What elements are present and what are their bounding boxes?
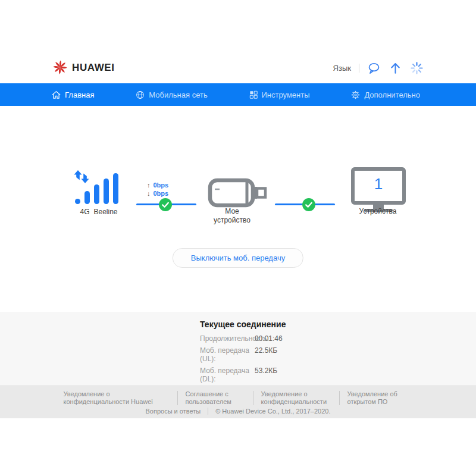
home-icon bbox=[51, 90, 61, 100]
footer-link-user-agreement[interactable]: Соглашение с пользователем bbox=[186, 390, 245, 406]
footer-link-huawei-privacy[interactable]: Уведомление о конфиденциальности Huawei bbox=[64, 390, 170, 406]
update-upload-icon[interactable] bbox=[389, 61, 402, 75]
uplink-arrow-icon: ↑ bbox=[147, 181, 151, 189]
section-title: Текущее соединение bbox=[200, 320, 476, 329]
tools-grid-icon bbox=[249, 90, 258, 99]
connection-duration-row: Продолжительность: 00:01:46 bbox=[200, 334, 476, 343]
current-connection-section: Текущее соединение Продолжительность: 00… bbox=[0, 312, 476, 386]
gear-icon bbox=[350, 90, 361, 100]
signal-strength-bars bbox=[75, 173, 121, 204]
connection-ul-row: Моб. передача (UL): 22.5КБ bbox=[200, 346, 476, 363]
nav-item-label: Инструменты bbox=[262, 90, 310, 99]
huawei-flower-icon bbox=[52, 59, 68, 77]
footer-divider bbox=[253, 391, 253, 405]
my-device-label: Мое устройство bbox=[203, 207, 261, 225]
brand-wordmark: HUAWEI bbox=[72, 62, 115, 74]
header: HUAWEI Язык bbox=[52, 57, 424, 79]
footer-link-faq[interactable]: Вопросы и ответы bbox=[145, 408, 201, 415]
downlink-speed: 0bps bbox=[154, 189, 169, 198]
footer-link-open-source[interactable]: Уведомление об открытом ПО bbox=[347, 390, 413, 406]
header-divider bbox=[359, 64, 359, 73]
connected-devices-count: 1 bbox=[353, 175, 404, 193]
devices-label: Устройства bbox=[349, 207, 406, 215]
nav-item-label: Дополнительно bbox=[364, 90, 420, 99]
mobile-data-toggle-button[interactable]: Выключить моб. передачу bbox=[173, 248, 303, 268]
copyright-text: © Huawei Device Co., Ltd., 2017–2020. bbox=[215, 408, 330, 415]
nav-item-tools[interactable]: Инструменты bbox=[249, 90, 310, 99]
network-label: 4GBeeline bbox=[69, 208, 129, 216]
connection-ok-check-icon bbox=[159, 198, 172, 211]
traffic-speed: ↑ 0bps ↓ 0bps bbox=[147, 181, 168, 198]
footer-divider bbox=[208, 408, 208, 415]
footer-divider bbox=[177, 391, 178, 405]
footer: Уведомление о конфиденциальности Huawei … bbox=[0, 386, 476, 418]
nav-item-mobile-network[interactable]: Мобильная сеть bbox=[135, 90, 207, 100]
uplink-speed: 0bps bbox=[154, 181, 169, 189]
clients-ok-check-icon bbox=[302, 198, 315, 211]
feedback-chat-icon[interactable] bbox=[367, 61, 381, 75]
nav-item-advanced[interactable]: Дополнительно bbox=[350, 90, 420, 100]
nav-item-home[interactable]: Главная bbox=[51, 90, 94, 100]
operator-name: Beeline bbox=[93, 208, 117, 216]
footer-divider bbox=[339, 391, 340, 405]
globe-icon bbox=[135, 90, 145, 100]
nav-item-label: Главная bbox=[65, 90, 94, 99]
loading-spinner-icon bbox=[410, 61, 424, 75]
downlink-arrow-icon: ↓ bbox=[147, 189, 151, 198]
nav-item-label: Мобильная сеть bbox=[149, 90, 207, 99]
usb-dongle-icon bbox=[207, 177, 268, 211]
huawei-logo: HUAWEI bbox=[52, 59, 115, 77]
connection-dl-row: Моб. передача (DL): 53.2КБ bbox=[200, 367, 476, 383]
footer-link-privacy-notice[interactable]: Уведомление о конфиденциальности bbox=[261, 390, 331, 406]
language-selector[interactable]: Язык bbox=[333, 64, 351, 73]
main-nav: Главная Мобильная сеть Инст bbox=[0, 83, 476, 106]
network-type-badge: 4G bbox=[80, 208, 89, 216]
